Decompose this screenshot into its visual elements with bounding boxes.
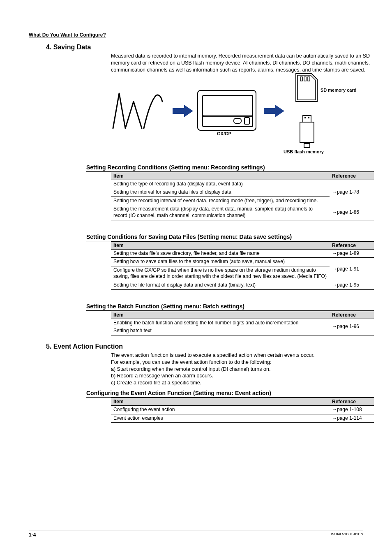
section-5-intro: The event action function is used to exe… bbox=[111, 352, 374, 359]
table-header-item: Item bbox=[111, 398, 330, 406]
table-cell: Configuring the event action bbox=[111, 406, 330, 414]
arrow-right-icon bbox=[173, 105, 193, 117]
usb-flash-label: USB flash memory bbox=[284, 149, 324, 154]
recording-conditions-heading: Setting Recording Conditions (Setting me… bbox=[86, 164, 374, 172]
svg-rect-8 bbox=[300, 122, 314, 143]
table-cell: Setting the file format of display data … bbox=[111, 281, 330, 289]
section-5-line-a: a) Start recording when the remote contr… bbox=[111, 366, 374, 373]
section-4-intro: Measured data is recorded to internal me… bbox=[111, 53, 374, 74]
table-header-item: Item bbox=[111, 241, 330, 249]
gxgp-label: GX/GP bbox=[217, 131, 231, 136]
gxgp-device-icon bbox=[197, 90, 256, 131]
svg-rect-3 bbox=[304, 77, 306, 81]
svg-rect-7 bbox=[308, 117, 309, 118]
svg-rect-4 bbox=[308, 77, 310, 81]
table-cell: Setting the type of recording data (disp… bbox=[111, 180, 330, 188]
section-4-title: 4. Saving Data bbox=[46, 44, 363, 51]
arrow-right-icon bbox=[264, 105, 284, 117]
page-footer: 1-4 IM 04L51B01-01EN bbox=[29, 530, 363, 538]
waveform-icon bbox=[111, 89, 164, 130]
table-header-reference: Reference bbox=[330, 311, 374, 319]
table-cell: Enabling the batch function and setting … bbox=[111, 319, 330, 327]
table-header-item: Item bbox=[111, 172, 330, 180]
table-cell-ref: →page 1-95 bbox=[330, 281, 374, 289]
table-cell-ref: →page 1-108 bbox=[330, 406, 374, 414]
table-cell: Setting the data file's save directory, … bbox=[111, 249, 330, 258]
data-save-table: Item Reference Setting the data file's s… bbox=[111, 241, 374, 290]
saving-data-figure: GX/GP SD memory card USB flash memory bbox=[115, 78, 362, 156]
section-5-title: 5. Event Action Function bbox=[46, 343, 363, 350]
table-cell-ref: →page 1-114 bbox=[330, 414, 374, 423]
table-header-reference: Reference bbox=[330, 398, 374, 406]
table-header-item: Item bbox=[111, 311, 330, 319]
recording-conditions-table: Item Reference Setting the type of recor… bbox=[111, 172, 374, 220]
table-cell: Setting batch text bbox=[111, 327, 330, 335]
event-action-table: Item Reference Configuring the event act… bbox=[111, 398, 374, 423]
page-number: 1-4 bbox=[29, 532, 36, 538]
svg-marker-1 bbox=[264, 105, 284, 117]
table-cell-ref: →page 1-91 bbox=[330, 258, 374, 281]
usb-flash-icon bbox=[297, 115, 316, 148]
table-header-reference: Reference bbox=[330, 172, 374, 180]
batch-heading: Setting the Batch Function (Setting menu… bbox=[86, 303, 374, 311]
sd-card-label: SD memory card bbox=[321, 88, 356, 92]
section-5-line-b: b) Record a message when an alarm occurs… bbox=[111, 372, 374, 379]
running-head: What Do You Want to Configure? bbox=[29, 32, 363, 38]
svg-marker-0 bbox=[173, 105, 193, 117]
table-cell-ref: →page 1-78 bbox=[330, 180, 374, 205]
svg-rect-6 bbox=[304, 117, 306, 118]
table-cell: Setting the measurement data (display da… bbox=[111, 205, 330, 220]
table-cell-ref: →page 1-86 bbox=[330, 205, 374, 220]
table-cell: Configure the GX/GP so that when there i… bbox=[111, 266, 330, 281]
table-cell-ref: →page 1-96 bbox=[330, 319, 374, 335]
table-cell: Setting the interval for saving data fil… bbox=[111, 188, 330, 197]
svg-rect-5 bbox=[303, 116, 311, 122]
doc-id: IM 04L51B01-01EN bbox=[331, 532, 363, 536]
table-cell: Setting the recording interval of event … bbox=[111, 197, 330, 205]
data-save-heading: Setting Conditions for Saving Data Files… bbox=[86, 234, 374, 241]
section-5-line2: For example, you can use the event actio… bbox=[111, 359, 374, 366]
svg-rect-9 bbox=[304, 143, 310, 148]
batch-table: Item Reference Enabling the batch functi… bbox=[111, 311, 374, 335]
svg-rect-2 bbox=[300, 77, 302, 81]
sd-card-icon bbox=[295, 73, 318, 102]
event-action-heading: Configuring the Event Action Function (S… bbox=[86, 390, 374, 398]
table-header-reference: Reference bbox=[330, 241, 374, 249]
table-cell: Setting how to save data files to the st… bbox=[111, 258, 330, 266]
section-5-line-c: c) Create a record file at a specific ti… bbox=[111, 379, 374, 386]
table-cell: Event action examples bbox=[111, 414, 330, 423]
table-cell-ref: →page 1-89 bbox=[330, 249, 374, 258]
